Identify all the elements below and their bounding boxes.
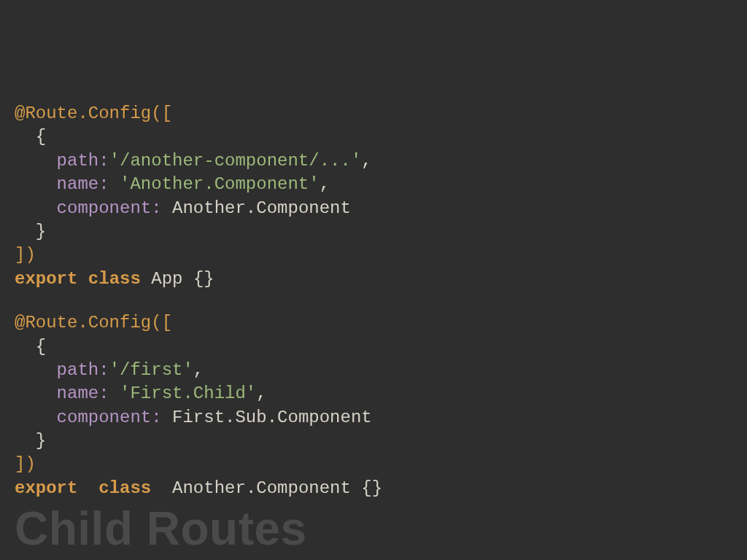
class-body: {} [361,478,382,498]
prop-path-key: path: [57,151,109,171]
slide-title: Child Routes [15,502,307,556]
comma: , [320,174,330,194]
comma: , [256,384,266,403]
class-keyword: class [98,478,151,498]
code-block-1: @Route.Config([ { path:'/another-compone… [15,102,732,291]
decorator-open: ([ [151,313,172,332]
decorator-name: @Route.Config [15,104,151,123]
prop-name-key: name: [57,384,109,403]
comma: , [193,360,204,380]
prop-path-value: '/first' [109,360,193,380]
class-body: {} [193,269,214,289]
prop-component-value: First.Sub.Component [172,408,372,427]
code-block-2: @Route.Config([ { path:'/first', name: '… [15,311,732,500]
decorator-close: ]) [15,245,36,265]
prop-path-value: '/another-component/...' [109,151,362,171]
comma: , [361,151,371,171]
prop-name-key: name: [57,174,109,194]
prop-component-key: component: [57,408,162,427]
prop-name-value: 'First.Child' [120,384,256,403]
brace-close: } [36,222,46,241]
class-keyword: class [88,269,141,289]
brace-open: { [36,337,46,357]
brace-close: } [36,431,46,451]
decorator-name: @Route.Config [15,313,151,332]
class-name-app: App [151,269,182,289]
prop-path-key: path: [57,360,109,380]
brace-open: { [36,127,46,147]
decorator-close: ]) [15,454,36,474]
class-name-another: Another.Component [172,478,351,498]
decorator-open: ([ [151,104,172,123]
prop-name-value: 'Another.Component' [120,174,320,194]
prop-component-value: Another.Component [172,198,351,218]
slide: @Route.Config([ { path:'/another-compone… [0,0,747,560]
prop-component-key: component: [57,198,162,218]
export-keyword: export [15,269,77,289]
export-keyword: export [15,478,77,498]
